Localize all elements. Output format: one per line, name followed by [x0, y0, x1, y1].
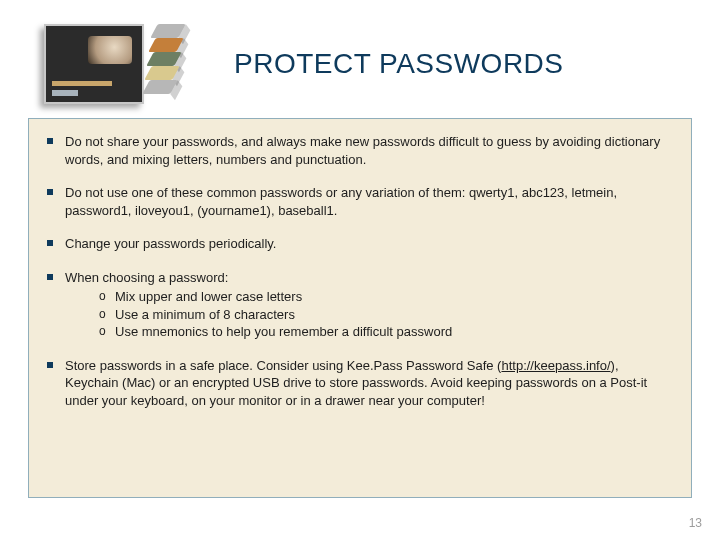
- stacked-cubes-icon: [146, 24, 190, 104]
- password-photo: [44, 24, 144, 104]
- bullet-item: Change your passwords periodically.: [47, 235, 673, 253]
- bullet-item: When choosing a password: Mix upper and …: [47, 269, 673, 341]
- slide-header: PROTECT PASSWORDS: [0, 0, 720, 116]
- page-title: PROTECT PASSWORDS: [234, 48, 564, 80]
- sub-bullet-item: Mix upper and lower case letters: [99, 288, 673, 306]
- sub-bullet-item: Use mnemonics to help you remember a dif…: [99, 323, 673, 341]
- bullet-lead: When choosing a password:: [65, 270, 228, 285]
- bullet-text-pre: Store passwords in a safe place. Conside…: [65, 358, 501, 373]
- content-panel: Do not share your passwords, and always …: [28, 118, 692, 498]
- bullet-item: Store passwords in a safe place. Conside…: [47, 357, 673, 410]
- page-number: 13: [689, 516, 702, 530]
- sub-bullet-item: Use a minimum of 8 characters: [99, 306, 673, 324]
- bullet-item: Do not share your passwords, and always …: [47, 133, 673, 168]
- sub-bullet-list: Mix upper and lower case letters Use a m…: [99, 288, 673, 341]
- bullet-list: Do not share your passwords, and always …: [47, 133, 673, 410]
- bullet-item: Do not use one of these common passwords…: [47, 184, 673, 219]
- keepass-link[interactable]: http://keepass.info/: [501, 358, 610, 373]
